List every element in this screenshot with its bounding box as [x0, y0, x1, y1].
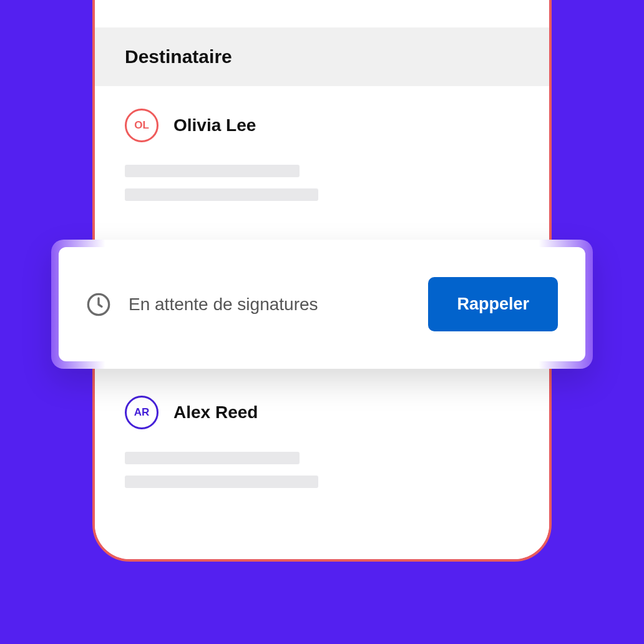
avatar: OL	[125, 109, 159, 142]
remind-button[interactable]: Rappeler	[428, 277, 558, 331]
status-card: En attente de signatures Rappeler	[51, 240, 593, 369]
section-title: Destinataire	[125, 46, 519, 67]
clock-icon	[86, 292, 111, 317]
recipient-name: Alex Reed	[173, 402, 258, 422]
avatar-initials: AR	[134, 406, 150, 419]
recipient-item[interactable]: OL Olivia Lee	[95, 86, 549, 223]
recipient-name: Olivia Lee	[173, 115, 256, 135]
recipient-row: OL Olivia Lee	[125, 109, 519, 142]
placeholder-line	[125, 165, 300, 177]
avatar-initials: OL	[134, 119, 149, 132]
placeholder-line	[125, 476, 318, 488]
section-header: Destinataire	[95, 27, 549, 86]
recipient-item[interactable]: AR Alex Reed	[95, 373, 549, 510]
top-spacer	[95, 2, 549, 27]
placeholder-line	[125, 452, 300, 464]
placeholder-line	[125, 188, 318, 201]
status-inner: En attente de signatures Rappeler	[59, 247, 585, 361]
recipient-row: AR Alex Reed	[125, 396, 519, 429]
status-text: En attente de signatures	[129, 295, 411, 315]
avatar: AR	[125, 396, 159, 429]
